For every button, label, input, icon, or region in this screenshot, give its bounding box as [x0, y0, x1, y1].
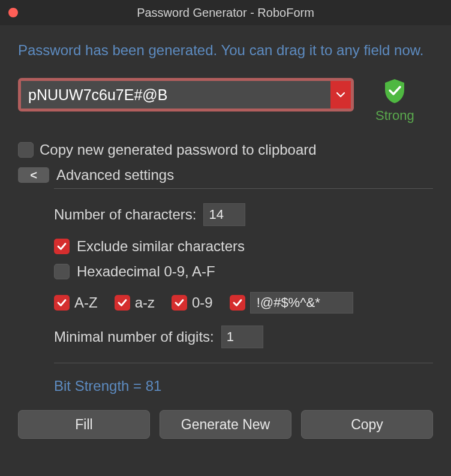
password-dropdown-button[interactable] [330, 81, 351, 109]
shield-check-icon [383, 78, 407, 104]
copy-clipboard-row: Copy new generated password to clipboard [18, 141, 433, 158]
charset-lower-label: a-z [135, 294, 155, 311]
exclude-similar-label: Exclude similar characters [77, 238, 245, 255]
min-digits-label: Minimal number of digits: [54, 329, 214, 345]
charset-digits-label: 0-9 [192, 294, 213, 311]
charset-special [230, 292, 353, 314]
check-icon [56, 297, 67, 308]
info-text: Password has been generated. You can dra… [18, 40, 433, 61]
charset-special-input[interactable] [250, 292, 353, 314]
charset-upper-label: A-Z [74, 294, 98, 311]
charset-lower-checkbox[interactable] [115, 295, 130, 311]
char-sets-row: A-Z a-z 0-9 [54, 292, 433, 314]
num-chars-row: Number of characters: [54, 203, 433, 226]
num-chars-label: Number of characters: [54, 206, 196, 223]
advanced-label: Advanced settings [56, 167, 174, 183]
titlebar: Password Generator - RoboForm [0, 0, 451, 25]
copy-clipboard-checkbox[interactable] [18, 142, 34, 158]
copy-clipboard-label: Copy new generated password to clipboard [40, 141, 317, 158]
advanced-header: < Advanced settings [18, 167, 433, 183]
charset-digits: 0-9 [172, 294, 213, 311]
charset-lower: a-z [115, 294, 155, 311]
password-field-wrap [18, 78, 354, 112]
close-window-button[interactable] [8, 8, 18, 17]
exclude-similar-row: Exclude similar characters [54, 238, 433, 255]
strength-label: Strong [375, 108, 414, 123]
charset-digits-checkbox[interactable] [172, 295, 187, 311]
hex-checkbox[interactable] [54, 264, 70, 279]
min-digits-input[interactable] [221, 326, 263, 348]
bit-strength-text: Bit Strength = 81 [54, 378, 433, 394]
copy-button[interactable]: Copy [301, 410, 433, 439]
generate-new-button[interactable]: Generate New [160, 410, 291, 439]
button-row: Fill Generate New Copy [18, 410, 433, 439]
exclude-similar-checkbox[interactable] [54, 239, 70, 254]
min-digits-row: Minimal number of digits: [54, 326, 433, 348]
window-title: Password Generator - RoboForm [0, 6, 451, 20]
advanced-panel: Number of characters: Exclude similar ch… [54, 188, 433, 363]
content: Password has been generated. You can dra… [0, 25, 451, 439]
check-icon [117, 297, 128, 308]
strength-indicator: Strong [375, 78, 414, 123]
password-input[interactable] [21, 81, 330, 109]
password-row: Strong [18, 78, 433, 123]
charset-special-checkbox[interactable] [230, 295, 245, 311]
num-chars-input[interactable] [203, 203, 245, 226]
check-icon [56, 241, 67, 252]
hex-row: Hexadecimal 0-9, A-F [54, 263, 433, 280]
charset-upper: A-Z [54, 294, 98, 311]
check-icon [174, 297, 185, 308]
chevron-down-icon [336, 92, 345, 98]
advanced-toggle-button[interactable]: < [18, 167, 49, 183]
hex-label: Hexadecimal 0-9, A-F [77, 263, 215, 280]
fill-button[interactable]: Fill [18, 410, 150, 439]
charset-upper-checkbox[interactable] [54, 295, 70, 311]
check-icon [232, 297, 243, 308]
